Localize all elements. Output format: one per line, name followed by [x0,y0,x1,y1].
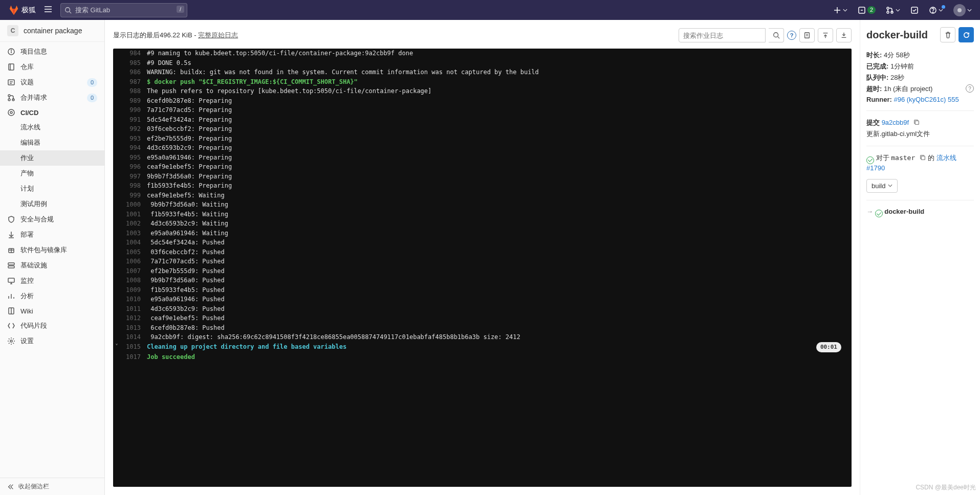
timeout-help[interactable]: ? [966,84,974,93]
line-number: 998 [120,181,147,191]
svg-rect-29 [8,263,14,265]
help-button[interactable]: ? [787,31,796,40]
scroll-bottom-button[interactable] [836,28,852,42]
collapse-chevron [113,58,120,68]
collapse-chevron[interactable]: ˅ [113,342,120,353]
retry-job-button[interactable] [959,27,974,42]
infra-icon [7,261,15,269]
sidebar-item[interactable]: Wiki [0,304,104,318]
job-log-search-button[interactable] [769,28,784,42]
sidebar-item[interactable]: 合并请求0 [0,90,104,105]
collapse-chevron [113,200,120,210]
issues-shortcut[interactable]: 2 [854,3,880,17]
sidebar-item[interactable]: 流水线 [0,120,104,135]
sidebar-item[interactable]: 计划 [0,181,104,196]
log-line: 1008 9b9b7f3d56a0: Pushed [113,276,852,285]
notification-dot [942,5,945,9]
sidebar-item[interactable]: 安全与合规 [0,212,104,227]
sidebar-item[interactable]: 议题0 [0,75,104,90]
create-dropdown[interactable] [829,3,852,17]
svg-point-9 [887,7,889,9]
sidebar-item[interactable]: 项目信息 [0,44,104,59]
line-number: 991 [120,115,147,125]
download-raw-button[interactable] [799,28,815,42]
search-icon [64,7,72,14]
line-text: 7a71c707acd5: Preparing [147,105,852,115]
log-line: 1006 7a71c707acd5: Pushed [113,257,852,266]
sidebar-item-label: 计划 [20,184,34,193]
log-line: 988The push refers to repository [kube.b… [113,86,852,96]
log-line: 9915dc54ef3424a: Preparing [113,115,852,125]
log-line: 1000 9b9b7f3d56a0: Waiting [113,200,852,210]
line-number: 1003 [120,229,147,238]
line-text: The push refers to repository [kube.bdee… [147,86,852,96]
runner-link[interactable]: #96 (kyQbC261c) 555 [894,96,959,103]
scroll-top-button[interactable] [818,28,833,42]
sidebar-item[interactable]: 分析 [0,288,104,304]
line-text: 4d3c6593b2c9: Pushed [147,304,852,314]
line-text: 9b9b7f3d56a0: Waiting [147,200,852,210]
sidebar-item-label: 分析 [20,291,34,301]
line-number: 1011 [120,304,147,314]
sidebar-item[interactable]: 代码片段 [0,318,104,333]
delete-job-button[interactable] [940,27,955,42]
merge-requests-shortcut[interactable] [882,3,904,17]
log-line: 1011 4d3c6593b2c9: Pushed [113,304,852,314]
avatar [953,4,966,16]
section-timer: 00:01 [816,342,841,353]
search-shortcut: / [177,6,184,13]
sidebar-item[interactable]: 软件包与镜像库 [0,242,104,258]
svg-point-27 [10,111,12,114]
copy-icon[interactable] [913,119,920,126]
sidebar-item[interactable]: 编辑器 [0,135,104,150]
sidebar-item[interactable]: 仓库 [0,59,104,75]
log-line: 999ceaf9e1ebef5: Waiting [113,191,852,200]
line-number: 996 [120,162,147,172]
sidebar-item-label: 议题 [20,78,34,87]
log-line: 1007 ef2be7b555d9: Pushed [113,266,852,276]
help-dropdown[interactable] [925,3,947,17]
sidebar-item[interactable]: 基础设施 [0,258,104,273]
copy-branch-icon[interactable] [919,154,926,161]
topbar-right: 2 [829,1,976,19]
sidebar-item[interactable]: 测试用例 [0,196,104,212]
sidebar-item[interactable]: 作业 [0,150,104,166]
status-passed-icon [866,156,874,164]
raw-log-link[interactable]: 完整原始日志 [198,31,238,39]
search-input[interactable] [60,3,187,17]
project-header[interactable]: C container package [0,20,104,42]
log-line: 9907a71c707acd5: Preparing [113,105,852,115]
line-text: $ docker push "$CI_REGISTRY_IMAGE:${CI_C… [147,77,852,87]
line-number: 990 [120,105,147,115]
brand-logo[interactable]: 极狐 [4,5,40,16]
line-number: 1006 [120,257,147,266]
sidebar-item[interactable]: 设置 [0,333,104,349]
collapse-sidebar[interactable]: 收起侧边栏 [0,478,104,495]
sidebar-item[interactable]: 监控 [0,273,104,288]
line-number: 1017 [120,352,147,362]
log-line: 986WARNING: buildx: git was not found in… [113,68,852,77]
log-header: 显示日志的最后496.22 KiB - 完整原始日志 ? [113,24,852,49]
log-line: ˅1015Cleaning up project directory and f… [113,342,852,353]
monitor-icon [7,277,15,285]
todos-shortcut[interactable] [906,3,923,17]
sidebar-item[interactable]: 部署 [0,227,104,242]
job-log-search-input[interactable] [679,28,766,42]
svg-point-14 [932,12,933,12]
hamburger-button[interactable] [40,2,56,18]
log-line: 1010 e95a0a961946: Pushed [113,295,852,304]
svg-point-23 [8,95,10,97]
collapse-chevron [113,248,120,257]
commit-message: 更新.gitlab-ci.yml文件 [866,129,974,139]
commit-link[interactable]: 9a2cbb9f [882,119,909,126]
sidebar-item[interactable]: 产物 [0,166,104,181]
sidebar-item[interactable]: CI/CD [0,105,104,120]
sidebar-item-label: 合并请求 [20,93,47,102]
log-line: 996ceaf9e1ebef5: Preparing [113,162,852,172]
job-log-console[interactable]: 984#9 naming to kube.bdeet.top:5050/ci-f… [113,49,852,487]
log-header-text: 显示日志的最后496.22 KiB - 完整原始日志 [113,31,238,40]
current-job-row[interactable]: → docker-build [866,208,974,218]
svg-point-17 [11,50,12,51]
user-menu[interactable] [949,1,976,19]
stage-dropdown[interactable]: build [866,179,898,193]
